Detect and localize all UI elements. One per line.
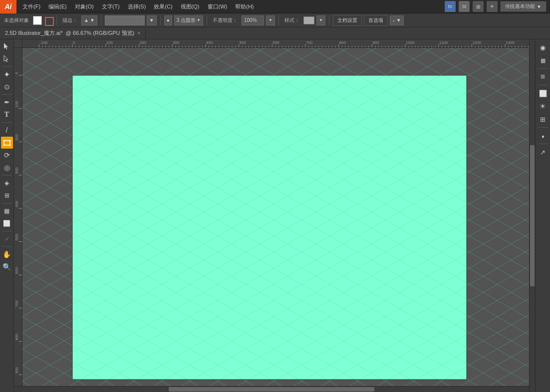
svg-rect-169: [72, 75, 467, 380]
horizontal-scrollbar[interactable]: [14, 386, 529, 392]
divider-4: [207, 15, 207, 25]
app-logo: Ai: [0, 0, 16, 13]
rectangle-tool[interactable]: [1, 137, 13, 149]
panel-separator-4: [538, 144, 548, 144]
divider-6: [329, 15, 329, 25]
menu-select[interactable]: 选择(S): [124, 0, 150, 13]
fill-swatch[interactable]: [33, 16, 42, 25]
menu-effect[interactable]: 效果(C): [150, 0, 176, 13]
left-toolbar: ✦ ⊙ ✒ T / ⟳: [0, 39, 14, 392]
menu-items: 文件(F) 编辑(E) 对象(O) 文字(T) 选择(S) 效果(C) 视图(Q…: [16, 0, 445, 13]
stock-icon[interactable]: St: [459, 1, 470, 12]
toolbar: 未选择对象 描边： ▲ ▼ ▼ ● 3 点圆形 ▼ 不透明度： 100% ▼ 样…: [0, 13, 550, 27]
color-panel-btn[interactable]: ◉: [537, 41, 549, 53]
lasso-tool[interactable]: ⊙: [1, 81, 13, 93]
svg-marker-1: [4, 55, 8, 62]
align-panel-btn[interactable]: ☀: [537, 100, 549, 112]
canvas-viewport[interactable]: [22, 48, 535, 392]
tool-separator-5: [2, 203, 12, 203]
svg-marker-0: [4, 43, 8, 49]
workspace-button[interactable]: 传统基本功能 ▼: [501, 1, 546, 11]
tool-separator-4: [2, 175, 12, 176]
menu-right: Br St ⊞ ✈ 传统基本功能 ▼: [445, 1, 550, 12]
divider-1: [56, 15, 57, 25]
direct-selection-tool[interactable]: [1, 53, 13, 65]
symbol-sprayer-tool[interactable]: ⊞: [1, 190, 13, 201]
menu-edit[interactable]: 编辑(E): [44, 0, 71, 13]
vertical-scrollbar[interactable]: [529, 39, 535, 392]
panel-separator-3: [538, 127, 548, 128]
style-dropdown[interactable]: ▼: [316, 15, 325, 25]
brush-select[interactable]: 3 点圆形 ▼: [174, 15, 203, 25]
pathfinder-panel-btn[interactable]: ⊞: [537, 113, 549, 125]
tool-separator-2: [2, 94, 12, 95]
menu-help[interactable]: 帮助(H): [231, 0, 258, 13]
menu-file[interactable]: 文件(F): [18, 0, 44, 13]
line-tool[interactable]: /: [1, 124, 13, 136]
tab-subtitle: @ 66.67% (RGB/GPU 预览): [66, 29, 135, 37]
menu-view[interactable]: 视图(Q): [177, 0, 204, 13]
appearance-panel-btn[interactable]: ≡: [537, 71, 549, 83]
artboard-tool[interactable]: ⬜: [1, 217, 13, 229]
export-panel-btn[interactable]: ↗: [537, 146, 549, 158]
svg-point-3: [3, 140, 4, 142]
selection-tool[interactable]: [1, 40, 13, 52]
ruler-corner: [14, 39, 22, 48]
menu-type[interactable]: 文字(T): [98, 0, 124, 13]
grid-icon[interactable]: ⊞: [473, 1, 484, 12]
bridge-icon[interactable]: Br: [445, 1, 456, 12]
hand-tool[interactable]: ✋: [1, 248, 13, 260]
doc-settings-button[interactable]: 文档设置: [333, 15, 362, 26]
stroke-label: 描边：: [60, 17, 79, 24]
gradient-panel-btn[interactable]: ▦: [537, 54, 549, 66]
layers-panel-btn[interactable]: ⬧: [537, 130, 549, 142]
rotate-tool[interactable]: ◎: [1, 162, 13, 174]
tool-separator-3: [2, 122, 12, 123]
horizontal-scroll-thumb[interactable]: [169, 387, 375, 392]
ruler-top: [22, 39, 535, 48]
svg-rect-2: [4, 141, 10, 145]
menu-object[interactable]: 对象(O): [71, 0, 98, 13]
stroke-select[interactable]: ▲ ▼: [81, 15, 97, 25]
vertical-scroll-thumb[interactable]: [530, 145, 535, 286]
stroke-value-input[interactable]: [105, 15, 145, 25]
style-swatch[interactable]: [303, 16, 314, 24]
type-tool[interactable]: T: [1, 109, 13, 121]
tab-close-button[interactable]: ×: [137, 30, 140, 36]
style-label: 样式：: [282, 17, 301, 24]
column-graph-tool[interactable]: ▦: [1, 205, 13, 217]
menubar: Ai 文件(F) 编辑(E) 对象(O) 文字(T) 选择(S) 效果(C) 视…: [0, 0, 550, 13]
tab-item-active[interactable]: 2.5D Illustrator_魔方.ai* @ 66.67% (RGB/GP…: [0, 27, 146, 39]
ruler-left-canvas: [14, 48, 22, 392]
opacity-dropdown[interactable]: ▼: [266, 15, 275, 25]
iso-grid-svg: [22, 48, 535, 392]
divider-5: [278, 15, 279, 25]
share-icon[interactable]: ✈: [487, 1, 498, 12]
stroke-dropdown[interactable]: ▼: [147, 15, 157, 25]
paintbrush-tool[interactable]: ⟳: [1, 149, 13, 161]
tabbar: 2.5D Illustrator_魔方.ai* @ 66.67% (RGB/GP…: [0, 27, 550, 39]
pen-tool[interactable]: ✒: [1, 96, 13, 108]
stroke-indicator[interactable]: [44, 16, 53, 25]
ruler-top-canvas: [22, 39, 535, 48]
svg-point-4: [9, 140, 10, 142]
arrangement-dropdown[interactable]: ⬦ ▼: [390, 15, 404, 25]
tool-separator-7: [2, 246, 12, 247]
main-layout: ✦ ⊙ ✒ T / ⟳: [0, 39, 550, 392]
width-tool[interactable]: ◈: [1, 177, 13, 189]
menu-window[interactable]: 窗口(W): [204, 0, 232, 13]
divider-3: [160, 15, 161, 25]
panel-separator-2: [538, 85, 548, 85]
magic-wand-tool[interactable]: ✦: [1, 68, 13, 80]
tool-separator-1: [2, 66, 12, 67]
preferences-button[interactable]: 首选项: [364, 15, 388, 26]
panel-separator-1: [538, 68, 548, 69]
opacity-input[interactable]: 100%: [242, 15, 264, 25]
transform-panel-btn[interactable]: ⬜: [537, 87, 549, 99]
tool-separator-6: [2, 231, 12, 231]
opacity-label: 不透明度：: [211, 17, 240, 24]
canvas-area[interactable]: [14, 39, 535, 392]
point-value[interactable]: ●: [164, 15, 172, 25]
zoom-tool[interactable]: 🔍: [1, 261, 13, 273]
slice-tool[interactable]: ⟋: [1, 233, 13, 245]
